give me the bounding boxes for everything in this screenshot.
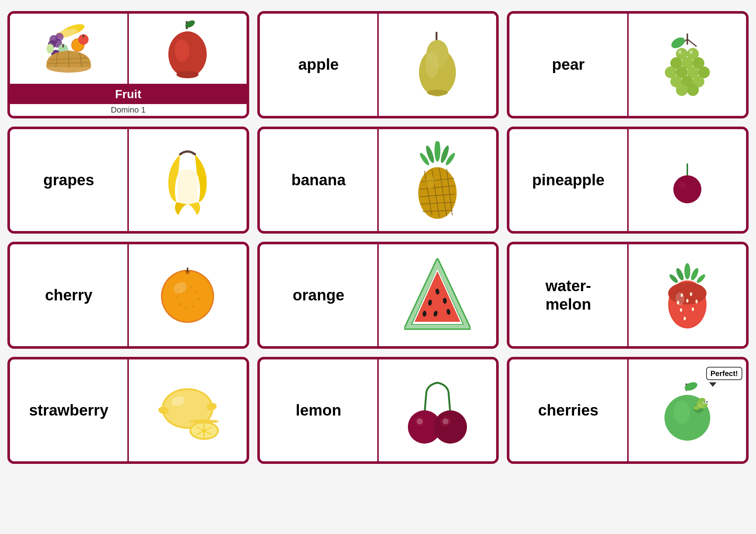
svg-point-122 xyxy=(189,420,219,423)
svg-point-75 xyxy=(197,298,200,300)
svg-point-73 xyxy=(190,286,192,288)
svg-point-77 xyxy=(179,303,181,306)
domino-card-watermelon: water- melon xyxy=(507,242,749,349)
svg-point-33 xyxy=(670,35,687,50)
svg-point-68 xyxy=(679,182,686,189)
svg-point-13 xyxy=(47,44,54,54)
grapes-image xyxy=(658,30,717,100)
domino-card-cherries: cherries Perfect! xyxy=(507,357,749,464)
svg-point-29 xyxy=(427,90,448,96)
cherry-single-image xyxy=(663,156,711,204)
word-apple: apple xyxy=(298,55,339,74)
domino-card-apple: apple xyxy=(257,11,499,118)
svg-point-104 xyxy=(690,292,692,296)
svg-point-76 xyxy=(176,296,178,298)
svg-point-79 xyxy=(185,307,187,309)
banana-image xyxy=(158,143,217,217)
svg-point-129 xyxy=(417,418,423,424)
fruit-basket-icon xyxy=(39,19,98,78)
lemon-image xyxy=(154,381,221,440)
word-orange: orange xyxy=(293,286,344,304)
svg-line-32 xyxy=(687,39,697,46)
word-cherry: cherry xyxy=(45,286,92,304)
svg-point-78 xyxy=(192,306,194,307)
svg-rect-11 xyxy=(83,34,84,38)
svg-point-67 xyxy=(673,175,701,203)
pineapple-image xyxy=(410,141,465,219)
svg-point-48 xyxy=(678,50,682,54)
svg-point-46 xyxy=(676,84,688,96)
svg-point-50 xyxy=(434,141,440,162)
svg-point-134 xyxy=(674,400,690,424)
arrow-right: → xyxy=(736,7,745,18)
title-label: Fruit xyxy=(10,85,247,103)
svg-point-108 xyxy=(680,308,682,312)
apple-icon xyxy=(160,17,215,80)
orange-image xyxy=(156,264,219,327)
domino-card-grapes: grapes xyxy=(7,127,249,234)
word-pineapple: pineapple xyxy=(532,171,604,189)
perfect-bubble: Perfect! xyxy=(706,367,742,380)
word-watermelon: water- melon xyxy=(546,277,591,314)
watermelon-image xyxy=(404,258,471,332)
svg-point-141 xyxy=(699,398,705,402)
svg-point-110 xyxy=(684,317,686,320)
domino-grid: Fruit Domino 1 apple pear xyxy=(7,11,749,464)
svg-point-95 xyxy=(684,263,690,279)
domino-card-cherry: cherry xyxy=(7,242,249,349)
domino-card-strawberry: strawberry xyxy=(7,357,249,464)
apple-worm-image xyxy=(656,379,719,442)
svg-point-47 xyxy=(687,84,699,96)
svg-point-111 xyxy=(676,292,684,306)
svg-point-140 xyxy=(706,401,708,403)
domino-card-banana: banana xyxy=(257,127,499,234)
svg-point-143 xyxy=(694,406,700,410)
bubble-tail xyxy=(709,382,717,387)
pear-image xyxy=(410,28,465,102)
svg-point-49 xyxy=(689,50,693,54)
word-lemon: lemon xyxy=(296,401,341,420)
strawberry-image xyxy=(660,260,715,330)
domino-card-lemon: lemon xyxy=(257,357,499,464)
svg-rect-25 xyxy=(436,32,437,41)
word-cherries: cherries xyxy=(538,401,598,420)
cherries-pair-image xyxy=(404,373,471,447)
svg-rect-9 xyxy=(62,44,64,48)
domino-card-pear: pear xyxy=(507,11,749,118)
svg-point-28 xyxy=(425,52,439,78)
svg-point-65 xyxy=(426,175,434,189)
title-card: Fruit Domino 1 xyxy=(7,11,249,118)
svg-point-130 xyxy=(443,418,449,424)
svg-point-106 xyxy=(686,299,688,303)
word-banana: banana xyxy=(291,171,346,189)
subtitle-label: Domino 1 xyxy=(10,103,247,116)
domino-card-pineapple: pineapple xyxy=(507,127,749,234)
svg-point-70 xyxy=(162,271,213,321)
svg-point-127 xyxy=(434,410,467,444)
domino-card-orange: orange xyxy=(257,242,499,349)
word-strawberry: strawberry xyxy=(29,401,109,420)
svg-point-107 xyxy=(695,300,698,303)
word-grapes: grapes xyxy=(43,171,94,189)
svg-point-23 xyxy=(175,39,189,62)
svg-point-24 xyxy=(176,71,199,78)
svg-point-74 xyxy=(196,291,198,293)
svg-point-80 xyxy=(172,300,173,302)
word-pear: pear xyxy=(552,55,585,74)
svg-point-109 xyxy=(692,307,694,311)
